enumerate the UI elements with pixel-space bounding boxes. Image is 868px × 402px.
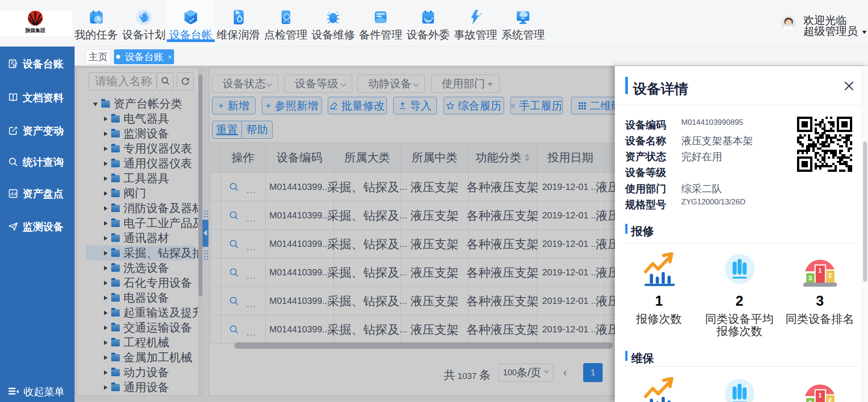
svg-text:陕煤集团: 陕煤集团 [25,28,45,33]
svg-text:3: 3 [808,274,812,282]
svg-text:3: 3 [808,399,812,402]
svg-text:1: 1 [818,266,821,274]
svg-text:2: 2 [828,272,832,279]
svg-text:1: 1 [818,391,821,399]
svg-text:2: 2 [828,397,832,402]
